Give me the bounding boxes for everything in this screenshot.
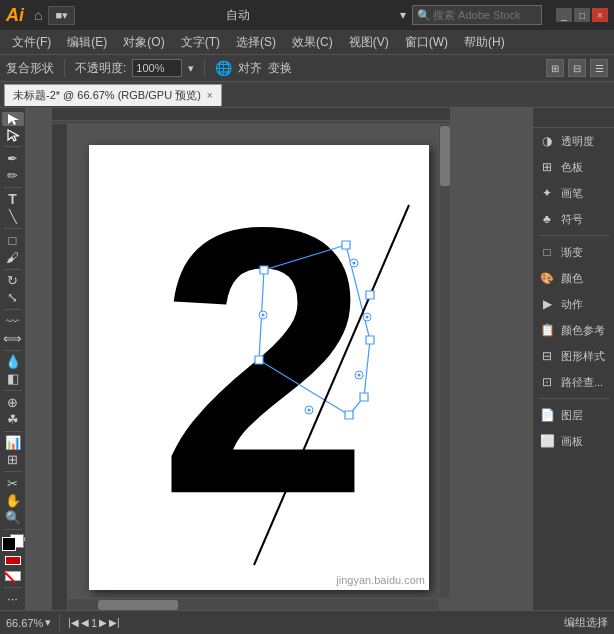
scrollbar-thumb-v[interactable] — [440, 126, 450, 186]
tool-zoom[interactable]: 🔍 — [2, 510, 24, 525]
graphicstyle-label: 图形样式 — [561, 349, 605, 364]
tool-select[interactable] — [2, 112, 24, 126]
tool-bar-graph[interactable]: 📊 — [2, 435, 24, 450]
panel-item-colorguide[interactable]: 📋 颜色参考 — [533, 317, 614, 343]
panel-toggle-icon[interactable]: ⊟ — [568, 59, 586, 77]
panel-separator-1 — [539, 235, 609, 236]
actions-icon: ▶ — [539, 296, 555, 312]
menu-select[interactable]: 选择(S) — [228, 32, 284, 53]
tool-scale[interactable]: ⤡ — [2, 290, 24, 305]
mode-selector[interactable]: ■▾ — [48, 6, 75, 25]
ruler-vertical — [52, 124, 68, 610]
tool-paintbrush[interactable]: 🖌 — [2, 250, 24, 265]
panel-item-gradient[interactable]: □ 渐变 — [533, 239, 614, 265]
panel-item-swatches[interactable]: ⊞ 色板 — [533, 154, 614, 180]
tool-gradient[interactable]: ◧ — [2, 371, 24, 386]
panel-item-pathfinder[interactable]: ⊡ 路径查... — [533, 369, 614, 395]
globe-icon[interactable]: 🌐 — [215, 60, 232, 76]
first-page-button[interactable]: |◀ — [68, 617, 79, 629]
panel-right: ◑ 透明度 ⊞ 色板 ✦ 画笔 ♣ 符号 □ 渐变 🎨 颜色 ▶ 动作 📋 — [532, 108, 614, 610]
layers-icon: 📄 — [539, 407, 555, 423]
colorguide-label: 颜色参考 — [561, 323, 605, 338]
menu-effect[interactable]: 效果(C) — [284, 32, 341, 53]
panel-item-actions[interactable]: ▶ 动作 — [533, 291, 614, 317]
panel-item-artboards[interactable]: ⬜ 画板 — [533, 428, 614, 454]
edit-mode-label: 编组选择 — [564, 615, 608, 630]
menu-window[interactable]: 窗口(W) — [397, 32, 456, 53]
panel-item-transparency[interactable]: ◑ 透明度 — [533, 128, 614, 154]
document-tab[interactable]: 未标题-2* @ 66.67% (RGB/GPU 预览) × — [4, 84, 222, 106]
opacity-input[interactable] — [132, 59, 182, 77]
next-page-button[interactable]: ▶ — [99, 617, 107, 629]
page-navigation: |◀ ◀ 1 ▶ ▶| — [68, 617, 119, 629]
panel-item-color[interactable]: 🎨 颜色 — [533, 265, 614, 291]
transform-label[interactable]: 变换 — [268, 60, 292, 77]
search-input[interactable] — [412, 5, 542, 25]
brushes-label: 画笔 — [561, 186, 583, 201]
menubar: 文件(F) 编辑(E) 对象(O) 文字(T) 选择(S) 效果(C) 视图(V… — [0, 30, 614, 54]
menu-icon[interactable]: ☰ — [590, 59, 608, 77]
layers-label: 图层 — [561, 408, 583, 423]
red-swatch[interactable] — [5, 556, 21, 565]
panel-item-graphicstyle[interactable]: ⊟ 图形样式 — [533, 343, 614, 369]
tool-more[interactable]: ··· — [2, 591, 24, 606]
tool-rectangle[interactable]: □ — [2, 233, 24, 248]
prev-page-button[interactable]: ◀ — [81, 617, 89, 629]
foreground-color[interactable] — [2, 537, 16, 551]
panel-item-layers[interactable]: 📄 图层 — [533, 402, 614, 428]
panel-item-symbols[interactable]: ♣ 符号 — [533, 206, 614, 232]
maximize-button[interactable]: □ — [574, 8, 590, 22]
canvas-viewport[interactable] — [68, 124, 450, 610]
none-swatch[interactable] — [5, 571, 21, 580]
color-swatches[interactable]: ⇄ — [2, 537, 24, 548]
artboard-canvas[interactable] — [89, 145, 429, 590]
tool-width[interactable]: ⟺ — [2, 331, 24, 346]
minimize-button[interactable]: _ — [556, 8, 572, 22]
tool-symbol[interactable]: ☘ — [2, 412, 24, 427]
dropdown-arrow[interactable]: ▾ — [400, 8, 406, 22]
tab-close-button[interactable]: × — [207, 90, 213, 101]
tool-artboard[interactable]: ⊞ — [2, 452, 24, 467]
titlebar: Ai ⌂ ■▾ 自动 ▾ 🔍 _ □ × — [0, 0, 614, 30]
menu-object[interactable]: 对象(O) — [115, 32, 172, 53]
tool-line[interactable]: ╲ — [2, 209, 24, 224]
menu-edit[interactable]: 编辑(E) — [59, 32, 115, 53]
brushes-icon: ✦ — [539, 185, 555, 201]
menu-file[interactable]: 文件(F) — [4, 32, 59, 53]
tool-slice[interactable]: ✂ — [2, 476, 24, 491]
search-icon: 🔍 — [417, 9, 431, 22]
mode-label: ■▾ — [55, 9, 68, 22]
panel-item-brushes[interactable]: ✦ 画笔 — [533, 180, 614, 206]
scrollbar-thumb-h[interactable] — [98, 600, 178, 610]
tool-rotate[interactable]: ↻ — [2, 273, 24, 288]
last-page-button[interactable]: ▶| — [109, 617, 120, 629]
zoom-value: 66.67% — [6, 617, 43, 629]
align-label[interactable]: 对齐 — [238, 60, 262, 77]
opacity-arrow[interactable]: ▾ — [188, 62, 194, 75]
scrollbar-vertical[interactable] — [438, 124, 450, 598]
tool-hand[interactable]: ✋ — [2, 493, 24, 508]
menu-view[interactable]: 视图(V) — [341, 32, 397, 53]
menu-help[interactable]: 帮助(H) — [456, 32, 513, 53]
artboards-label: 画板 — [561, 434, 583, 449]
grid-icon[interactable]: ⊞ — [546, 59, 564, 77]
auto-label: 自动 — [81, 7, 394, 24]
tool-pencil[interactable]: ✏ — [2, 168, 24, 183]
swatches-label: 色板 — [561, 160, 583, 175]
pathfinder-label: 路径查... — [561, 375, 603, 390]
zoom-dropdown[interactable]: ▾ — [45, 616, 51, 629]
home-icon[interactable]: ⌂ — [34, 7, 42, 23]
tool-type[interactable]: T — [2, 191, 24, 207]
scrollbar-horizontal[interactable] — [68, 598, 438, 610]
optionsbar: 复合形状 不透明度: ▾ 🌐 对齐 变换 ⊞ ⊟ ☰ — [0, 54, 614, 82]
tool-blend[interactable]: ⊕ — [2, 395, 24, 410]
tool-warp[interactable]: 〰 — [2, 314, 24, 329]
tool-pen[interactable]: ✒ — [2, 151, 24, 166]
tool-direct-select[interactable] — [2, 128, 24, 142]
tool-eyedropper[interactable]: 💧 — [2, 354, 24, 369]
canvas-area[interactable] — [26, 108, 532, 610]
menu-text[interactable]: 文字(T) — [173, 32, 228, 53]
close-button[interactable]: × — [592, 8, 608, 22]
panel-separator-2 — [539, 398, 609, 399]
gradient-label: 渐变 — [561, 245, 583, 260]
